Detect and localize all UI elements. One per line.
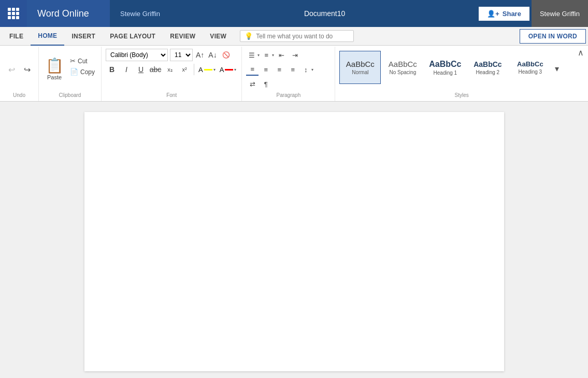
text-direction-button[interactable]: ⇄ bbox=[246, 78, 259, 90]
share-button[interactable]: 👤+ Share bbox=[479, 7, 529, 21]
lightbulb-icon: 💡 bbox=[245, 32, 253, 40]
styles-group-label: Styles bbox=[339, 90, 584, 99]
bullet-list-button[interactable]: ☰ ▾ bbox=[246, 49, 260, 61]
tell-me-input[interactable] bbox=[256, 33, 349, 40]
style-no-spacing[interactable]: AaBbCc No Spacing bbox=[382, 51, 423, 84]
show-paragraph-button[interactable]: ¶ bbox=[260, 78, 272, 90]
style-normal-preview: AaBbCc bbox=[346, 60, 375, 68]
app-name: Word Online bbox=[27, 0, 110, 27]
tab-insert[interactable]: INSERT bbox=[64, 27, 103, 46]
styles-scroll-down-button[interactable]: ▾ bbox=[552, 51, 562, 86]
align-right-button[interactable]: ≡ bbox=[273, 63, 285, 76]
increase-indent-button[interactable]: ⇥ bbox=[289, 49, 301, 61]
user-name-title: Stewie Griffin bbox=[110, 10, 170, 18]
bold-button[interactable]: B bbox=[106, 63, 118, 76]
tab-file[interactable]: FILE bbox=[2, 27, 31, 46]
user-account[interactable]: Stewie Griffin bbox=[532, 0, 588, 27]
style-heading3[interactable]: AaBbCc Heading 3 bbox=[509, 51, 551, 84]
paste-button[interactable]: 📋 Paste bbox=[43, 54, 66, 85]
font-family-select[interactable]: Calibri (Body) Arial Times New Roman bbox=[106, 49, 168, 61]
highlight-dropdown-icon[interactable]: ▾ bbox=[213, 67, 216, 72]
justify-button[interactable]: ≡ bbox=[286, 63, 299, 76]
highlight-color-bar bbox=[204, 69, 212, 71]
font-size-select[interactable]: 891011 12141618 bbox=[170, 49, 193, 61]
line-spacing-button[interactable]: ↕ ▾ bbox=[300, 63, 313, 76]
clear-formatting-button[interactable]: 🚫 bbox=[220, 49, 233, 61]
style-normal-label: Normal bbox=[352, 69, 368, 75]
style-no-spacing-label: No Spacing bbox=[390, 69, 417, 75]
ribbon: ↩ ↪ Undo 📋 Paste ✂ Cut 📄 bbox=[0, 46, 588, 102]
style-heading1-label: Heading 1 bbox=[434, 70, 457, 76]
ribbon-group-styles: AaBbCc Normal AaBbCc No Spacing AaBbCc H… bbox=[335, 47, 588, 101]
underline-button[interactable]: U bbox=[135, 63, 147, 76]
style-heading2-preview: AaBbCc bbox=[474, 60, 501, 68]
paragraph-group-label: Paragraph bbox=[246, 90, 331, 99]
paste-icon: 📋 bbox=[46, 59, 64, 73]
align-center-button[interactable]: ≡ bbox=[260, 63, 272, 76]
tab-review[interactable]: REVIEW bbox=[163, 27, 203, 46]
tell-me-box[interactable]: 💡 bbox=[240, 30, 354, 42]
document-area[interactable] bbox=[0, 102, 588, 378]
decrease-indent-button[interactable]: ⇤ bbox=[275, 49, 288, 61]
cut-button[interactable]: ✂ Cut bbox=[68, 56, 97, 66]
ribbon-group-undo: ↩ ↪ Undo bbox=[0, 47, 39, 101]
undo-button[interactable]: ↩ bbox=[4, 62, 19, 77]
style-heading1-preview: AaBbCc bbox=[429, 60, 461, 69]
cut-icon: ✂ bbox=[70, 57, 76, 65]
align-left-button[interactable]: ≡ bbox=[246, 63, 259, 76]
bullet-list-icon: ☰ bbox=[246, 49, 257, 61]
italic-button[interactable]: I bbox=[120, 63, 133, 76]
font-color-button[interactable]: A ▾ bbox=[219, 63, 238, 76]
font-color-dropdown-icon[interactable]: ▾ bbox=[234, 67, 236, 72]
style-heading2[interactable]: AaBbCc Heading 2 bbox=[467, 51, 508, 84]
copy-button[interactable]: 📄 Copy bbox=[68, 67, 97, 77]
style-normal[interactable]: AaBbCc Normal bbox=[339, 51, 381, 84]
font-color-icon: A bbox=[220, 66, 224, 74]
ribbon-group-clipboard: 📋 Paste ✂ Cut 📄 Copy Clipboard bbox=[39, 47, 102, 101]
strikethrough-button[interactable]: abc bbox=[149, 63, 162, 76]
tab-home[interactable]: HOME bbox=[31, 27, 64, 46]
waffle-icon bbox=[8, 8, 19, 19]
numbered-list-button[interactable]: ≡ ▾ bbox=[261, 49, 274, 61]
document-page[interactable] bbox=[84, 112, 504, 371]
copy-icon: 📄 bbox=[70, 68, 78, 76]
highlight-color-button[interactable]: A ▾ bbox=[197, 63, 217, 76]
tab-bar: FILE HOME INSERT PAGE LAYOUT REVIEW VIEW… bbox=[0, 27, 588, 46]
style-heading3-preview: AaBbCc bbox=[517, 60, 543, 68]
tab-view[interactable]: VIEW bbox=[203, 27, 234, 46]
tab-page-layout[interactable]: PAGE LAYOUT bbox=[103, 27, 163, 46]
open-in-word-button[interactable]: OPEN IN WORD bbox=[520, 29, 586, 44]
highlight-icon: A bbox=[198, 66, 203, 74]
title-bar: Word Online Stewie Griffin Document10 👤+… bbox=[0, 0, 588, 27]
superscript-button[interactable]: x² bbox=[178, 63, 191, 76]
ribbon-group-paragraph: ☰ ▾ ≡ ▾ ⇤ ⇥ ≡ ≡ ≡ ≡ ↕ ▾ ⇄ ¶ Paragraph bbox=[242, 47, 335, 101]
subscript-button[interactable]: x₂ bbox=[164, 63, 176, 76]
waffle-button[interactable] bbox=[0, 0, 27, 27]
font-group-label: Font bbox=[106, 90, 237, 99]
document-title: Document10 bbox=[170, 9, 479, 18]
style-heading3-label: Heading 3 bbox=[519, 69, 542, 75]
undo-group-label: Undo bbox=[13, 90, 25, 99]
style-heading2-label: Heading 2 bbox=[476, 69, 500, 75]
share-icon: 👤+ bbox=[487, 10, 499, 18]
ribbon-collapse-button[interactable]: ∧ bbox=[573, 46, 588, 60]
font-size-increase-button[interactable]: A↑ bbox=[195, 50, 205, 60]
style-heading1[interactable]: AaBbCc Heading 1 bbox=[424, 51, 466, 84]
font-color-bar bbox=[225, 69, 233, 71]
redo-button[interactable]: ↪ bbox=[20, 62, 34, 77]
clipboard-group-label: Clipboard bbox=[43, 90, 97, 99]
font-size-decrease-button[interactable]: A↓ bbox=[207, 50, 218, 60]
line-spacing-icon: ↕ bbox=[300, 63, 311, 76]
style-no-spacing-preview: AaBbCc bbox=[389, 60, 417, 68]
ribbon-group-font: Calibri (Body) Arial Times New Roman 891… bbox=[102, 47, 242, 101]
numbered-list-icon: ≡ bbox=[261, 49, 272, 61]
